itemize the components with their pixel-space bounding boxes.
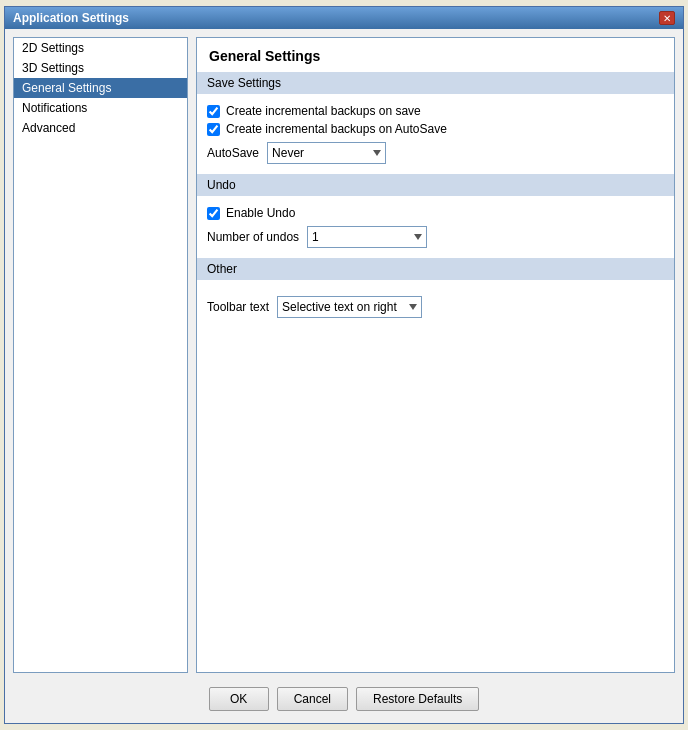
window-body: 2D Settings 3D Settings General Settings… bbox=[5, 29, 683, 723]
incremental-backup-label: Create incremental backups on save bbox=[226, 104, 421, 118]
enable-undo-row: Enable Undo bbox=[207, 206, 664, 220]
sidebar-item-general-settings[interactable]: General Settings bbox=[14, 78, 187, 98]
restore-defaults-button[interactable]: Restore Defaults bbox=[356, 687, 479, 711]
sidebar-item-3d-settings[interactable]: 3D Settings bbox=[14, 58, 187, 78]
num-undos-label: Number of undos bbox=[207, 230, 299, 244]
num-undos-field-row: Number of undos 1 2 5 10 20 50 bbox=[207, 226, 664, 248]
content-area: 2D Settings 3D Settings General Settings… bbox=[13, 37, 675, 673]
enable-undo-checkbox[interactable] bbox=[207, 207, 220, 220]
num-undos-select[interactable]: 1 2 5 10 20 50 bbox=[307, 226, 427, 248]
title-bar: Application Settings ✕ bbox=[5, 7, 683, 29]
main-panel: General Settings Save Settings Create in… bbox=[196, 37, 675, 673]
toolbar-text-field-row: Toolbar text Selective text on right Tex… bbox=[207, 296, 664, 318]
cancel-button[interactable]: Cancel bbox=[277, 687, 348, 711]
sidebar-item-advanced[interactable]: Advanced bbox=[14, 118, 187, 138]
sidebar-item-2d-settings[interactable]: 2D Settings bbox=[14, 38, 187, 58]
sidebar-item-notifications[interactable]: Notifications bbox=[14, 98, 187, 118]
autosave-backup-row: Create incremental backups on AutoSave bbox=[207, 122, 664, 136]
window-title: Application Settings bbox=[13, 11, 129, 25]
autosave-label: AutoSave bbox=[207, 146, 259, 160]
save-settings-header: Save Settings bbox=[197, 72, 674, 94]
sidebar: 2D Settings 3D Settings General Settings… bbox=[13, 37, 188, 673]
save-settings-body: Create incremental backups on save Creat… bbox=[197, 98, 674, 174]
application-settings-window: Application Settings ✕ 2D Settings 3D Se… bbox=[4, 6, 684, 724]
autosave-backup-checkbox[interactable] bbox=[207, 123, 220, 136]
ok-button[interactable]: OK bbox=[209, 687, 269, 711]
undo-body: Enable Undo Number of undos 1 2 5 10 20 … bbox=[197, 200, 674, 258]
incremental-backup-checkbox[interactable] bbox=[207, 105, 220, 118]
autosave-select[interactable]: Never Every 5 minutes Every 10 minutes E… bbox=[267, 142, 386, 164]
undo-header: Undo bbox=[197, 174, 674, 196]
close-button[interactable]: ✕ bbox=[659, 11, 675, 25]
autosave-backup-label: Create incremental backups on AutoSave bbox=[226, 122, 447, 136]
footer: OK Cancel Restore Defaults bbox=[13, 681, 675, 715]
other-body: Toolbar text Selective text on right Tex… bbox=[197, 284, 674, 328]
incremental-backup-row: Create incremental backups on save bbox=[207, 104, 664, 118]
autosave-field-row: AutoSave Never Every 5 minutes Every 10 … bbox=[207, 142, 664, 164]
enable-undo-label: Enable Undo bbox=[226, 206, 295, 220]
other-header: Other bbox=[197, 258, 674, 280]
toolbar-text-select[interactable]: Selective text on right Text on right Te… bbox=[277, 296, 422, 318]
panel-title: General Settings bbox=[197, 38, 674, 72]
toolbar-text-label: Toolbar text bbox=[207, 300, 269, 314]
